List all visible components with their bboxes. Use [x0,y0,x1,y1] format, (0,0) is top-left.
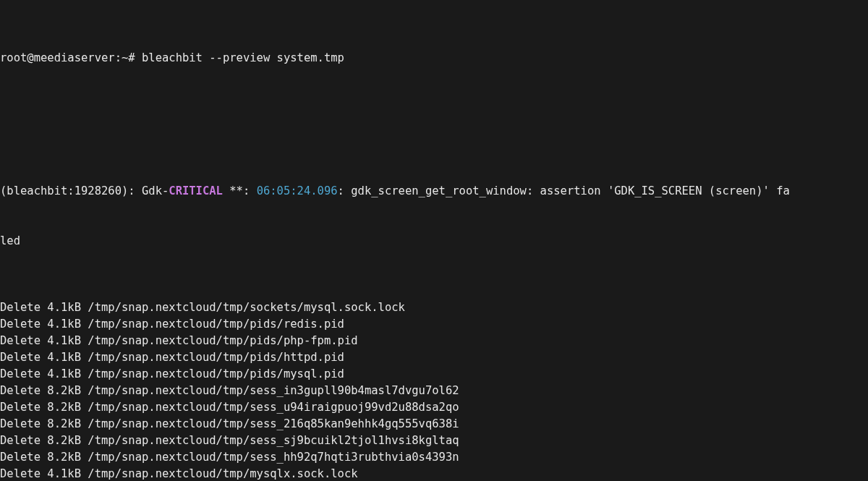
warning-prefix: (bleachbit:1928260): Gdk- [0,184,169,197]
prompt-line: root@meediaserver:~# bleachbit --preview… [0,50,868,67]
warning-stars: **: [223,184,257,197]
delete-entry: Delete 4.1kB /tmp/snap.nextcloud/tmp/pid… [0,366,868,383]
delete-entry: Delete 8.2kB /tmp/snap.nextcloud/tmp/ses… [0,399,868,416]
warning-rest: : gdk_screen_get_root_window: assertion … [338,184,790,197]
blank-line [0,116,868,133]
delete-entry: Delete 4.1kB /tmp/snap.nextcloud/tmp/pid… [0,333,868,349]
delete-entry: Delete 4.1kB /tmp/snap.nextcloud/tmp/pid… [0,349,868,366]
warning-line-tail: led [0,233,868,250]
command-text: bleachbit --preview system.tmp [142,51,344,64]
terminal-output[interactable]: root@meediaserver:~# bleachbit --preview… [0,0,868,481]
delete-list: Delete 4.1kB /tmp/snap.nextcloud/tmp/soc… [0,299,868,481]
warning-line: (bleachbit:1928260): Gdk-CRITICAL **: 06… [0,183,868,200]
warning-timestamp: 06:05:24.096 [257,184,338,197]
delete-entry: Delete 4.1kB /tmp/snap.nextcloud/tmp/mys… [0,466,868,481]
critical-label: CRITICAL [169,184,223,197]
shell-prompt: root@meediaserver:~# [0,51,142,64]
delete-entry: Delete 8.2kB /tmp/snap.nextcloud/tmp/ses… [0,449,868,466]
delete-entry: Delete 8.2kB /tmp/snap.nextcloud/tmp/ses… [0,416,868,433]
delete-entry: Delete 4.1kB /tmp/snap.nextcloud/tmp/soc… [0,299,868,316]
delete-entry: Delete 4.1kB /tmp/snap.nextcloud/tmp/pid… [0,316,868,333]
delete-entry: Delete 8.2kB /tmp/snap.nextcloud/tmp/ses… [0,433,868,449]
delete-entry: Delete 8.2kB /tmp/snap.nextcloud/tmp/ses… [0,383,868,399]
